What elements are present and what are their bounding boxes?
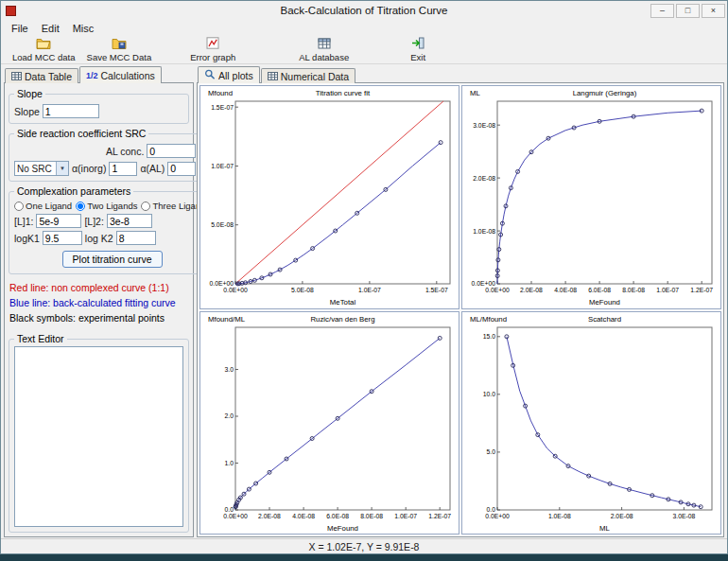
text-editor[interactable]: [14, 346, 183, 527]
svg-text:Mfound/ML: Mfound/ML: [208, 314, 246, 323]
svg-text:0.0E+00: 0.0E+00: [485, 287, 510, 293]
status-bar: X = 1.02E-7, Y = 9.91E-8: [1, 538, 727, 553]
svg-text:2.0E-08: 2.0E-08: [611, 513, 633, 519]
window-controls: – □ ×: [650, 4, 727, 18]
svg-text:10.0: 10.0: [483, 391, 495, 397]
exit-button[interactable]: Exit: [389, 37, 447, 63]
src-group-title: Side reaction coefficient SRC: [14, 128, 148, 139]
one-ligand-option[interactable]: One Ligand: [14, 201, 72, 211]
menu-file[interactable]: File: [5, 22, 35, 35]
svg-text:3.0: 3.0: [225, 365, 234, 372]
svg-text:2.0E-08: 2.0E-08: [473, 175, 495, 182]
legend-red-line: Red line: non complexed curve (1:1): [9, 282, 188, 293]
toolbar: Load MCC data Save MCC Data Error graph …: [1, 36, 727, 64]
slope-label: Slope: [14, 106, 40, 117]
error-graph-button[interactable]: Error graph: [183, 37, 242, 63]
two-ligands-radio[interactable]: [76, 202, 85, 211]
tab-label: Calculations: [101, 70, 155, 81]
alpha-al-label: α(AL): [140, 163, 165, 174]
svg-text:Scatchard: Scatchard: [588, 314, 621, 323]
svg-text:6.0E-08: 6.0E-08: [588, 287, 611, 293]
slope-group-title: Slope: [14, 88, 45, 99]
alpha-inorg-input[interactable]: [109, 162, 137, 176]
alpha-al-input[interactable]: [167, 162, 196, 176]
svg-text:0.0E+00: 0.0E+00: [223, 287, 248, 293]
main-area: Data Table 1/2 Calculations Slope Slope …: [1, 64, 727, 538]
chart-titration-curve-fit[interactable]: 0.0E+005.0E-081.0E-071.5E-070.0E+005.0E-…: [199, 85, 459, 309]
svg-text:8.0E-08: 8.0E-08: [360, 513, 383, 519]
svg-text:1.0E-07: 1.0E-07: [394, 513, 417, 519]
exit-icon: [411, 37, 425, 51]
tab-label: Numerical Data: [281, 71, 349, 82]
dropdown-arrow-icon[interactable]: ▼: [56, 162, 68, 175]
ligand-radio-group: One Ligand Two Ligands Three Ligands: [14, 201, 210, 211]
logk2-input[interactable]: [116, 231, 156, 245]
two-ligands-option[interactable]: Two Ligands: [76, 201, 137, 211]
all-plots-page: 0.0E+005.0E-081.0E-071.5E-070.0E+005.0E-…: [197, 82, 724, 537]
src-select[interactable]: No SRC ▼: [14, 161, 69, 176]
chart-langmuir[interactable]: 0.0E+002.0E-084.0E-086.0E-088.0E-081.0E-…: [461, 85, 721, 309]
svg-text:ML: ML: [470, 89, 480, 97]
svg-text:2.0: 2.0: [225, 412, 234, 419]
chart-scatchard[interactable]: 0.0E+001.0E-082.0E-083.0E-080.05.010.015…: [461, 311, 721, 535]
one-ligand-radio[interactable]: [14, 202, 24, 211]
svg-text:Mfound: Mfound: [208, 89, 233, 97]
maximize-button[interactable]: □: [676, 4, 700, 18]
svg-text:3.0E-08: 3.0E-08: [473, 122, 495, 129]
svg-text:1.2E-07: 1.2E-07: [690, 287, 713, 293]
menu-misc[interactable]: Misc: [66, 22, 101, 35]
load-mcc-data-button[interactable]: Load MCC data: [7, 37, 81, 63]
slope-input[interactable]: [43, 104, 99, 118]
plots-tabs: All plots Numerical Data: [197, 66, 724, 83]
svg-text:1.0E-08: 1.0E-08: [548, 513, 571, 519]
chart-svg-langmuir: 0.0E+002.0E-084.0E-086.0E-088.0E-081.0E-…: [462, 86, 720, 308]
al-database-button[interactable]: AL database: [293, 37, 355, 63]
save-folder-icon: [112, 37, 127, 51]
calculations-icon: 1/2: [86, 71, 98, 80]
svg-text:1.0E-07: 1.0E-07: [211, 163, 234, 169]
chart-ruzic-van-den-berg[interactable]: 0.0E+002.0E-084.0E-086.0E-088.0E-081.0E-…: [199, 311, 459, 535]
title-bar[interactable]: Back-Calculation of Titration Curve – □ …: [1, 1, 727, 20]
logk1-input[interactable]: [43, 231, 82, 245]
toolbar-label: Exit: [410, 52, 425, 62]
svg-text:MeFound: MeFound: [327, 524, 358, 533]
toolbar-label: Save MCC Data: [87, 52, 152, 62]
plot-legend: Red line: non complexed curve (1:1) Blue…: [9, 282, 188, 327]
toolbar-label: Load MCC data: [12, 52, 76, 62]
svg-text:1.5E-07: 1.5E-07: [211, 104, 234, 111]
svg-text:2.0E-08: 2.0E-08: [520, 287, 543, 293]
l1-input[interactable]: [36, 214, 81, 228]
tab-label: Data Table: [25, 71, 72, 82]
error-graph-icon: [206, 37, 219, 51]
svg-text:3.0E-08: 3.0E-08: [672, 513, 695, 519]
cursor-coordinates: X = 1.02E-7, Y = 9.91E-8: [309, 541, 420, 552]
text-editor-title: Text Editor: [14, 333, 67, 344]
toolbar-label: Error graph: [190, 52, 235, 62]
tab-data-table[interactable]: Data Table: [5, 68, 78, 83]
svg-text:1.0E-08: 1.0E-08: [473, 228, 495, 235]
left-tabs: Data Table 1/2 Calculations: [4, 66, 194, 83]
charts-grid: 0.0E+005.0E-081.0E-071.5E-070.0E+005.0E-…: [199, 85, 721, 535]
svg-text:ML: ML: [599, 524, 610, 533]
svg-text:5.0E-08: 5.0E-08: [291, 287, 314, 293]
open-folder-icon: [36, 37, 51, 51]
svg-text:4.0E-08: 4.0E-08: [554, 287, 577, 293]
taskbar-strip: [0, 554, 728, 561]
tab-all-plots[interactable]: All plots: [198, 66, 260, 83]
menu-edit[interactable]: Edit: [35, 22, 66, 35]
al-conc-input[interactable]: [147, 144, 196, 158]
svg-text:1.0E-07: 1.0E-07: [358, 287, 381, 293]
svg-text:0.0E+00: 0.0E+00: [471, 280, 495, 287]
chart-svg-scatchard: 0.0E+001.0E-082.0E-083.0E-080.05.010.015…: [462, 312, 720, 535]
minimize-button[interactable]: –: [650, 4, 674, 18]
svg-text:8.0E-08: 8.0E-08: [622, 287, 645, 293]
save-mcc-data-button[interactable]: Save MCC Data: [81, 37, 158, 63]
plot-titration-curve-button[interactable]: Plot titration curve: [62, 251, 163, 268]
close-button[interactable]: ×: [702, 4, 725, 18]
tab-numerical-data[interactable]: Numerical Data: [261, 68, 355, 83]
logk1-label: logK1: [14, 233, 40, 244]
l2-input[interactable]: [107, 214, 152, 228]
logk2-label: log K2: [85, 233, 113, 244]
three-ligands-radio[interactable]: [141, 202, 150, 211]
tab-calculations[interactable]: 1/2 Calculations: [79, 66, 162, 83]
